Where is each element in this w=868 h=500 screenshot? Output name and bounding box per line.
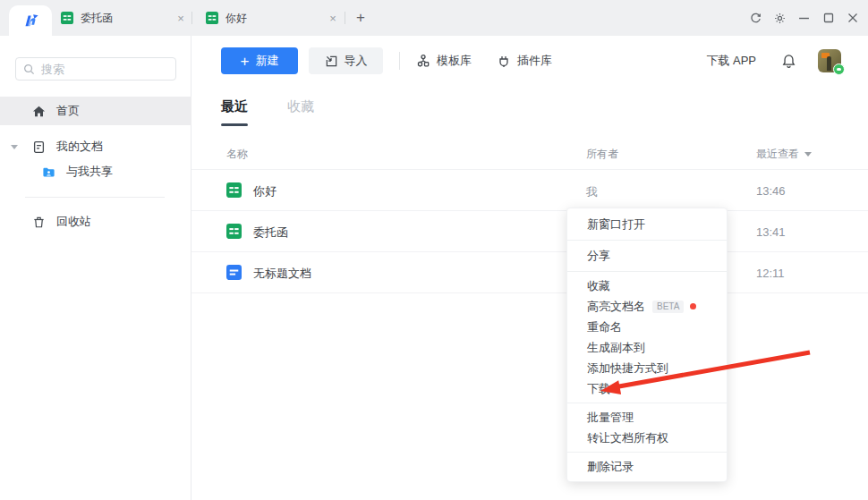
menu-divider bbox=[567, 271, 727, 272]
document-name: 无标题文档 bbox=[253, 266, 311, 282]
plus-icon: + bbox=[241, 54, 250, 69]
menu-item-highlight-doc-name[interactable]: 高亮文档名 BETA bbox=[567, 296, 727, 317]
tab-title: 你好 bbox=[226, 11, 247, 26]
tab-separator bbox=[345, 12, 345, 24]
wechat-badge-icon bbox=[833, 64, 845, 75]
document-time: 13:46 bbox=[756, 184, 786, 198]
sidebar: 首页 我的文档 与我共享 bbox=[0, 36, 191, 500]
sheet-icon bbox=[61, 12, 73, 24]
home-icon bbox=[32, 105, 46, 118]
tab-recent[interactable]: 最近 bbox=[221, 98, 248, 126]
header-name: 名称 bbox=[226, 147, 248, 162]
menu-divider bbox=[567, 452, 727, 453]
sheet-icon bbox=[226, 224, 242, 242]
download-app-link[interactable]: 下载 APP bbox=[706, 53, 756, 69]
import-icon bbox=[325, 55, 338, 68]
doc-tab-weituohan[interactable]: 委托函 × bbox=[52, 0, 191, 36]
view-tabs: 最近 收藏 bbox=[221, 98, 314, 126]
template-library-button[interactable]: 模板库 bbox=[416, 53, 472, 69]
sheet-icon bbox=[206, 12, 218, 24]
sidebar-item-shared-with-me[interactable]: 与我共享 bbox=[0, 157, 191, 186]
menu-divider bbox=[567, 403, 727, 403]
search-box[interactable] bbox=[15, 57, 176, 81]
new-document-button[interactable]: + 新建 bbox=[221, 47, 298, 74]
sidebar-item-trash[interactable]: 回收站 bbox=[0, 208, 191, 236]
document-icon bbox=[32, 140, 46, 154]
document-owner: 我 bbox=[586, 184, 598, 200]
sheet-icon bbox=[226, 182, 242, 201]
doc-tab-nihao[interactable]: 你好 × bbox=[197, 0, 344, 36]
sidebar-item-home[interactable]: 首页 bbox=[0, 97, 191, 125]
table-header: 名称 所有者 最近查看 bbox=[191, 136, 868, 170]
plugin-library-button[interactable]: 插件库 bbox=[497, 53, 552, 69]
plugin-library-icon bbox=[497, 54, 511, 68]
tab-title: 委托函 bbox=[81, 11, 113, 26]
table-row[interactable]: 委托函 13:41 bbox=[191, 211, 868, 252]
sidebar-item-label: 首页 bbox=[56, 103, 80, 119]
close-tab-icon[interactable]: × bbox=[326, 12, 340, 25]
expand-caret-icon[interactable] bbox=[11, 145, 18, 149]
search-input[interactable] bbox=[41, 63, 157, 76]
maximize-button[interactable] bbox=[816, 0, 840, 36]
import-button[interactable]: 导入 bbox=[309, 47, 383, 74]
context-menu: 新窗口打开 分享 收藏 高亮文档名 BETA 重命名 生成副本到 添加快捷方式到… bbox=[566, 208, 728, 482]
titlebar: 委托函 × 你好 × + bbox=[0, 0, 868, 36]
menu-item-download[interactable]: 下载 bbox=[567, 378, 727, 399]
new-feature-dot bbox=[690, 303, 696, 309]
refresh-icon[interactable] bbox=[744, 0, 768, 36]
window-controls bbox=[744, 0, 864, 36]
user-avatar[interactable] bbox=[818, 49, 841, 72]
document-time: 12:11 bbox=[756, 267, 785, 280]
toolbar-right: 下载 APP bbox=[706, 49, 841, 72]
settings-gear-icon[interactable] bbox=[768, 0, 792, 36]
menu-item-delete-record[interactable]: 删除记录 bbox=[567, 456, 727, 477]
document-time: 13:41 bbox=[756, 225, 786, 239]
menu-item-share[interactable]: 分享 bbox=[567, 244, 727, 267]
app-logo-icon bbox=[21, 11, 40, 30]
shared-folder-icon bbox=[42, 165, 55, 179]
new-tab-button[interactable]: + bbox=[351, 8, 370, 28]
search-icon bbox=[23, 64, 35, 75]
menu-item-rename[interactable]: 重命名 bbox=[567, 317, 727, 337]
menu-item-add-shortcut-to[interactable]: 添加快捷方式到 bbox=[567, 358, 727, 378]
sidebar-item-label: 我的文档 bbox=[56, 139, 103, 155]
close-window-button[interactable] bbox=[840, 0, 864, 36]
sidebar-item-label: 与我共享 bbox=[66, 164, 113, 180]
notifications-bell-icon[interactable] bbox=[781, 54, 796, 69]
menu-divider bbox=[567, 240, 727, 241]
sidebar-item-label: 回收站 bbox=[56, 214, 91, 230]
toolbar-divider bbox=[399, 52, 400, 70]
tab-separator bbox=[191, 12, 192, 24]
minimize-button[interactable] bbox=[792, 0, 816, 36]
sidebar-divider bbox=[25, 197, 165, 198]
document-name: 你好 bbox=[253, 183, 277, 199]
doc-icon bbox=[226, 265, 242, 284]
template-library-icon bbox=[416, 54, 430, 68]
app-window: 委托函 × 你好 × + bbox=[0, 0, 868, 500]
table-row[interactable]: 你好 我 13:46 bbox=[191, 170, 868, 211]
table-row[interactable]: 无标题文档 12:11 bbox=[191, 252, 868, 293]
sort-desc-icon[interactable] bbox=[804, 152, 812, 157]
main-content: + 新建 导入 模板库 bbox=[191, 36, 868, 500]
header-recent-viewed[interactable]: 最近查看 bbox=[756, 147, 812, 162]
trash-icon bbox=[32, 216, 46, 229]
toolbar: + 新建 导入 模板库 bbox=[191, 47, 868, 74]
tab-favorites[interactable]: 收藏 bbox=[287, 98, 314, 126]
app-home-tab[interactable] bbox=[9, 5, 52, 36]
menu-item-open-new-window[interactable]: 新窗口打开 bbox=[567, 213, 727, 236]
beta-badge: BETA bbox=[652, 301, 684, 313]
header-owner: 所有者 bbox=[586, 147, 618, 162]
document-name: 委托函 bbox=[253, 225, 288, 241]
menu-item-batch-manage[interactable]: 批量管理 bbox=[567, 407, 727, 428]
menu-item-favorite[interactable]: 收藏 bbox=[567, 275, 727, 296]
menu-item-duplicate-to[interactable]: 生成副本到 bbox=[567, 337, 727, 358]
document-table: 名称 所有者 最近查看 你好 我 13:46 bbox=[191, 136, 868, 293]
menu-item-transfer-ownership[interactable]: 转让文档所有权 bbox=[567, 428, 727, 448]
close-tab-icon[interactable]: × bbox=[174, 12, 188, 25]
